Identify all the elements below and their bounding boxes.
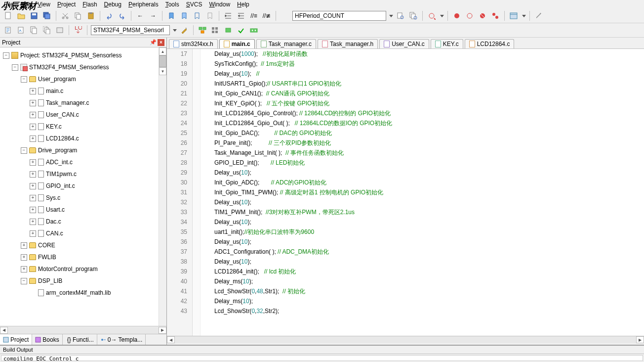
indent-icon[interactable] <box>223 10 234 21</box>
panel-tab-0[interactable]: Project <box>0 334 32 345</box>
tree-file-Usart-c[interactable]: +Usart.c <box>1 204 165 216</box>
menu-view[interactable]: View <box>38 1 50 8</box>
expand-icon[interactable]: + <box>30 207 36 213</box>
layout-dd-icon[interactable] <box>522 15 526 17</box>
hscroll-left-icon[interactable]: ◀ <box>0 327 8 334</box>
bookmark-next-icon[interactable] <box>179 10 190 21</box>
configure-icon[interactable] <box>533 10 544 21</box>
find-icon[interactable] <box>280 10 290 21</box>
tree-hscroll[interactable]: ◀ ▶ <box>0 326 166 334</box>
expand-icon[interactable]: + <box>30 230 36 237</box>
tree-group-user_program[interactable]: −User_program <box>1 73 165 85</box>
rte-manage2-icon[interactable] <box>236 25 246 36</box>
download-icon[interactable]: LOAD <box>73 25 83 36</box>
panel-tab-2[interactable]: {} Functi... <box>63 334 97 345</box>
code-line[interactable]: Delay_ms(10); <box>214 296 644 306</box>
redo-icon[interactable] <box>117 10 127 21</box>
expand-icon[interactable]: − <box>21 76 27 83</box>
tree-file-TIM1pwm-c[interactable]: +TIM1pwm.c <box>1 168 165 180</box>
tree-file-ADC_int-c[interactable]: +ADC_int.c <box>1 156 165 168</box>
bookmark-prev-icon[interactable] <box>166 10 177 21</box>
find-combo[interactable] <box>292 11 386 21</box>
expand-icon[interactable]: − <box>12 64 18 71</box>
code-line[interactable]: Init_Gpio_ADC(); // ADC的GPIO初始化 <box>214 178 644 187</box>
code-line[interactable]: LCD12864_init(); // lcd 初始化 <box>214 267 644 276</box>
paste-icon[interactable] <box>85 10 96 21</box>
editor-tab-Task_manager-c[interactable]: Task_manager.c <box>256 39 316 48</box>
options-icon[interactable] <box>179 25 190 36</box>
bookmark-clear-icon[interactable] <box>204 10 215 21</box>
build-icon[interactable] <box>16 25 27 36</box>
code-line[interactable]: SysTickConfig(); // 1ms定时器 <box>214 59 644 69</box>
breakpoint-disable-icon[interactable] <box>464 10 475 21</box>
debug-icon[interactable] <box>426 10 437 21</box>
editor-hscroll-left-icon[interactable]: ◀ <box>167 336 175 343</box>
code-line[interactable]: Lcd_ShowStr(0,48,Str1); // 初始化 <box>214 286 644 296</box>
tree-scrollbar[interactable]: ▲ ▼ <box>159 47 166 326</box>
pin-icon[interactable]: 📌 <box>150 39 157 46</box>
translate-icon[interactable] <box>3 25 14 36</box>
expand-icon[interactable]: − <box>21 147 27 154</box>
expand-icon[interactable]: + <box>21 242 27 249</box>
expand-icon[interactable]: − <box>3 52 9 59</box>
expand-icon[interactable]: + <box>30 88 36 94</box>
code-line[interactable]: Init_LCD12864_Gpio_Control(); // 12864LC… <box>214 108 644 118</box>
expand-icon[interactable]: + <box>30 159 36 166</box>
tree-group-core[interactable]: +CORE <box>1 239 165 251</box>
code-line[interactable]: Delay_us(1000); //初始化延时函数 <box>214 49 644 59</box>
tree-file-GPIO_int-c[interactable]: +GPIO_int.c <box>1 180 165 192</box>
tree-file-arm_cortexM4lf_math-lib[interactable]: arm_cortexM4lf_math.lib <box>1 287 165 299</box>
target-selector[interactable] <box>91 25 170 35</box>
nav-fwd-icon[interactable]: → <box>148 10 159 21</box>
expand-icon[interactable]: + <box>30 219 36 225</box>
tree-file-main-c[interactable]: +main.c <box>1 85 165 97</box>
tree-file-Task_manager-c[interactable]: +Task_manager.c <box>1 97 165 109</box>
breakpoint-kill-icon[interactable] <box>477 10 488 21</box>
manage-multi-icon[interactable] <box>248 25 259 36</box>
code-line[interactable]: Delay_us(10); <box>214 168 644 178</box>
expand-icon[interactable]: + <box>30 112 36 118</box>
menu-tools[interactable]: Tools <box>165 1 179 8</box>
tree-file-KEY-c[interactable]: +KEY.c <box>1 121 165 133</box>
code-line[interactable]: InitUSART1_Gpio();// USART串口1 GPIO初始化 <box>214 79 644 89</box>
undo-icon[interactable] <box>104 10 115 21</box>
manage-rte-icon[interactable] <box>197 25 208 36</box>
code-line[interactable]: Delay_us(10); <box>214 197 644 207</box>
menu-flash[interactable]: Flash <box>82 1 97 8</box>
editor-tab-stm32f4xx-h[interactable]: stm32f4xx.h <box>169 39 218 48</box>
editor-tab-User_CAN-c[interactable]: User_CAN.c <box>379 39 429 48</box>
tree-file-LCD12864-c[interactable]: +LCD12864.c <box>1 133 165 144</box>
expand-icon[interactable]: + <box>30 124 36 130</box>
expand-icon[interactable]: + <box>30 136 36 142</box>
debug-dd-icon[interactable] <box>440 15 444 17</box>
code-line[interactable]: Delay_us(10); // <box>214 69 644 79</box>
code-line[interactable]: Init_LCD12864_Gpio_Out( ); // 12864LCD的数… <box>214 118 644 128</box>
open-icon[interactable] <box>16 10 27 21</box>
tree-group-fwlib[interactable]: +FWLIB <box>1 251 165 263</box>
pack-installer-icon[interactable] <box>223 25 234 36</box>
editor-tab-LCD12864-c[interactable]: LCD12864.c <box>465 39 515 48</box>
scroll-down-icon[interactable]: ▼ <box>159 67 166 75</box>
menu-svcs[interactable]: SVCS <box>186 1 202 8</box>
code-line[interactable]: Delay_us(10); <box>214 217 644 227</box>
code-line[interactable]: ADC1_Configuration( ); // ADC_DMA初始化 <box>214 247 644 257</box>
tree-file-Sys-c[interactable]: +Sys.c <box>1 192 165 204</box>
editor-tab-KEY-c[interactable]: KEY.c <box>431 39 463 48</box>
tree-group-drive_program[interactable]: −Drive_program <box>1 144 165 156</box>
expand-icon[interactable]: − <box>21 278 27 284</box>
code-line[interactable]: Delay_ms(10); <box>214 276 644 286</box>
breakpoint-window-icon[interactable] <box>490 10 501 21</box>
find-in-files-icon[interactable] <box>408 10 419 21</box>
tree-file-Dac-c[interactable]: +Dac.c <box>1 216 165 227</box>
fold-gutter[interactable] <box>193 49 201 336</box>
expand-icon[interactable]: + <box>30 183 36 189</box>
code-line[interactable]: Init_Gpio_DAC(); // DAC的 GPIO初始化 <box>214 128 644 138</box>
tree-root[interactable]: −Project: STM32F4_PMSM_Sensorless <box>1 49 165 61</box>
code-line[interactable]: TIM1_PWM_Init(); //3对对称互补PWM，带死区2.1us <box>214 207 644 217</box>
tree-file-User_CAN-c[interactable]: +User_CAN.c <box>1 109 165 121</box>
uncomment-icon[interactable]: //≢ <box>261 10 272 21</box>
hscroll-right-icon[interactable]: ▶ <box>159 327 166 334</box>
code-line[interactable]: Task_Manage_List_Init( ); // 事件任务函数初始化 <box>214 148 644 158</box>
window-layout-icon[interactable] <box>508 10 519 21</box>
menu-edit[interactable]: Edit <box>20 1 31 8</box>
